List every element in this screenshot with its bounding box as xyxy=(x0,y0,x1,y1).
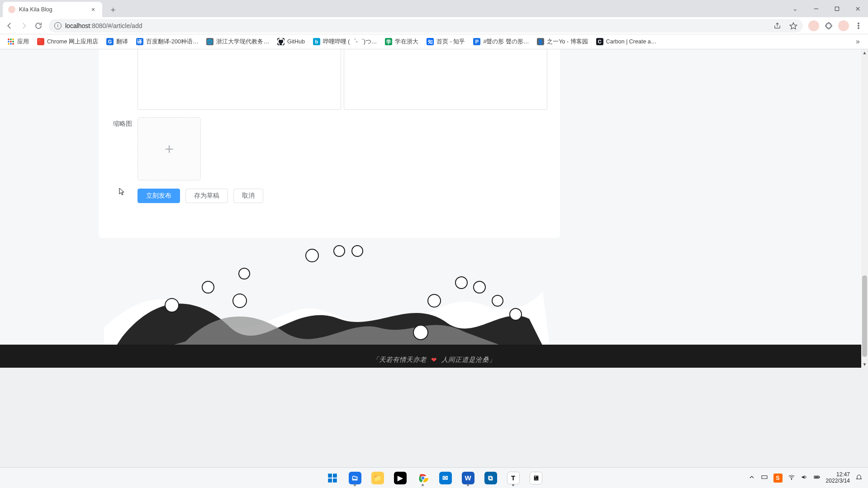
apps-grid-icon xyxy=(7,38,14,45)
bookmark-label: GitHub xyxy=(287,38,305,45)
tab-favicon xyxy=(8,6,15,13)
nav-reload-button[interactable] xyxy=(32,19,45,33)
bookmark-0[interactable]: 应用 xyxy=(4,35,33,48)
bookmarks-overflow-icon[interactable]: » xyxy=(851,38,864,46)
bookmark-icon: 知 xyxy=(427,38,434,45)
bookmark-7[interactable]: 学学在浙大 xyxy=(381,35,422,48)
bookmark-icon: 🔴 xyxy=(37,38,44,45)
svg-point-6 xyxy=(858,23,859,24)
profile-avatar-icon[interactable] xyxy=(838,20,849,31)
svg-rect-1 xyxy=(835,7,839,10)
bookmark-icon: P xyxy=(473,38,480,45)
tabs-dropdown-icon[interactable]: ⌄ xyxy=(785,0,806,17)
bookmark-label: 浙江大学现代教务… xyxy=(216,38,269,46)
window-controls: ⌄ xyxy=(785,0,868,17)
svg-marker-5 xyxy=(790,23,797,29)
bookmark-2[interactable]: G翻译 xyxy=(103,35,132,48)
github-icon xyxy=(277,38,285,45)
svg-point-7 xyxy=(858,25,859,26)
bookmark-1[interactable]: 🔴Chrome 网上应用店 xyxy=(33,35,102,48)
bookmark-label: 应用 xyxy=(17,38,29,46)
nav-forward-button[interactable] xyxy=(17,19,31,33)
window-close-button[interactable] xyxy=(847,0,868,17)
bookmark-label: #聲の形 聲の形… xyxy=(483,38,529,46)
bookmark-4[interactable]: 🌐浙江大学现代教务… xyxy=(203,35,273,48)
tab-title: Kila Kila Blog xyxy=(19,6,52,13)
bookmark-9[interactable]: P#聲の形 聲の形… xyxy=(470,35,532,48)
bookmark-star-icon[interactable] xyxy=(789,22,797,30)
bookmark-label: 之一Yo - 博客园 xyxy=(547,38,588,46)
new-tab-button[interactable]: ＋ xyxy=(107,3,119,16)
window-maximize-button[interactable] xyxy=(826,0,847,17)
nav-back-button[interactable] xyxy=(3,19,16,33)
url-bar[interactable]: i localhost:8080/#/article/add xyxy=(49,19,803,33)
bookmark-10[interactable]: 👤之一Yo - 博客园 xyxy=(533,35,591,48)
bookmarks-bar: 应用🔴Chrome 网上应用店G翻译译百度翻译-200种语…🌐浙江大学现代教务…… xyxy=(0,34,868,49)
extensions-icon[interactable] xyxy=(822,19,835,33)
bookmark-8[interactable]: 知首页 - 知乎 xyxy=(423,35,469,48)
tab-close-icon[interactable]: × xyxy=(90,6,97,13)
bookmark-icon: b xyxy=(313,38,320,45)
bookmark-6[interactable]: b哔哩哔哩 (゜-゜)つ… xyxy=(309,35,380,48)
bookmark-label: 百度翻译-200种语… xyxy=(146,38,199,46)
bookmark-icon: C xyxy=(596,38,603,45)
browser-toolbar: i localhost:8080/#/article/add xyxy=(0,17,868,34)
bookmark-label: Carbon | Create a… xyxy=(606,38,657,45)
browser-menu-icon[interactable] xyxy=(852,19,865,33)
window-minimize-button[interactable] xyxy=(806,0,826,17)
share-icon[interactable] xyxy=(773,22,781,29)
url-host: localhost:8080/#/article/add xyxy=(65,22,142,29)
svg-point-8 xyxy=(858,28,859,28)
bookmark-icon: 译 xyxy=(136,38,143,45)
bookmark-5[interactable]: GitHub xyxy=(274,35,308,48)
bookmark-label: 学在浙大 xyxy=(395,38,418,46)
bookmark-label: 哔哩哔哩 (゜-゜)つ… xyxy=(323,38,377,46)
bookmark-11[interactable]: CCarbon | Create a… xyxy=(593,35,660,48)
user-avatar-icon[interactable] xyxy=(808,20,819,31)
bookmark-label: 首页 - 知乎 xyxy=(436,38,465,46)
site-info-icon[interactable]: i xyxy=(54,22,62,29)
bookmark-label: 翻译 xyxy=(116,38,128,46)
bookmark-icon: 🌐 xyxy=(206,38,213,45)
bookmark-label: Chrome 网上应用店 xyxy=(47,38,98,46)
bookmark-icon: 👤 xyxy=(537,38,544,45)
bookmark-3[interactable]: 译百度翻译-200种语… xyxy=(133,35,202,48)
bookmark-icon: G xyxy=(106,38,114,45)
bookmark-icon: 学 xyxy=(385,38,392,45)
window-titlebar: Kila Kila Blog × ＋ ⌄ xyxy=(0,0,868,17)
browser-tab[interactable]: Kila Kila Blog × xyxy=(3,2,102,17)
